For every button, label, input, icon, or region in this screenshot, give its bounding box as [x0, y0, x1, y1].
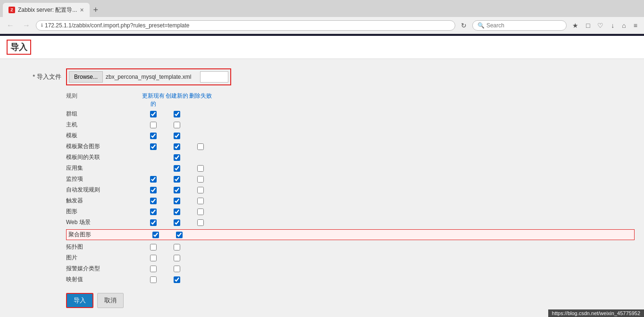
checkbox-template-screens-update[interactable]	[150, 143, 157, 150]
checkbox-triggers-delete[interactable]	[197, 198, 204, 204]
checkbox-mediatypes-update[interactable]	[150, 266, 157, 272]
checkbox-graphs-create[interactable]	[174, 209, 180, 215]
rule-check-webscenarios-create[interactable]	[165, 219, 189, 226]
rule-check-templates-update[interactable]	[142, 133, 165, 139]
page-content: 导入 * 导入文件 Browse... zbx_percona_mysql_te…	[0, 36, 644, 317]
rule-row-triggers: 触发器	[66, 197, 635, 205]
checkbox-discovery-create[interactable]	[174, 187, 180, 193]
rule-check-graphs-update[interactable]	[142, 209, 165, 215]
active-tab[interactable]: Z Zabbix server: 配置导... ×	[3, 3, 90, 17]
rule-check-valuemaps-update[interactable]	[142, 276, 165, 283]
rule-check-mediatypes-create[interactable]	[165, 266, 189, 272]
checkbox-maps-create[interactable]	[174, 244, 180, 250]
rule-check-valuemaps-create[interactable]	[165, 276, 189, 283]
checkbox-items-update[interactable]	[150, 176, 157, 183]
rule-check-images-update[interactable]	[142, 255, 165, 261]
rule-check-discovery-create[interactable]	[165, 187, 189, 193]
checkbox-maps-update[interactable]	[150, 244, 157, 250]
checkbox-valuemaps-update[interactable]	[150, 276, 157, 283]
rule-check-triggers-delete[interactable]	[189, 198, 212, 204]
checkbox-template-screens-create[interactable]	[174, 143, 180, 150]
rule-check-mediatypes-update[interactable]	[142, 266, 165, 272]
rule-check-items-create[interactable]	[165, 176, 189, 183]
checkbox-valuemaps-create[interactable]	[174, 276, 180, 283]
import-button[interactable]: 导入	[66, 293, 93, 308]
rule-check-items-delete[interactable]	[189, 176, 212, 183]
checkbox-discovery-delete[interactable]	[197, 187, 204, 193]
rule-check-groups-update[interactable]	[142, 111, 165, 117]
checkbox-mediatypes-create[interactable]	[174, 266, 180, 272]
rule-check-graphs-delete[interactable]	[189, 209, 212, 215]
rule-check-graphs-create[interactable]	[165, 209, 189, 215]
rule-check-hosts-create[interactable]	[165, 122, 189, 128]
checkbox-webscenarios-create[interactable]	[174, 219, 180, 226]
rule-check-template-screens-create[interactable]	[165, 143, 189, 150]
checkbox-webscenarios-update[interactable]	[150, 219, 157, 226]
tab-close-button[interactable]: ×	[80, 6, 84, 14]
checkbox-screens-update[interactable]	[152, 232, 159, 238]
checkbox-hosts-update[interactable]	[150, 122, 157, 128]
rule-check-appsets-delete[interactable]	[189, 165, 212, 172]
rule-check-appsets-create[interactable]	[165, 165, 189, 172]
address-bar[interactable]: ℹ	[36, 20, 455, 31]
bookmark-button[interactable]: ★	[569, 21, 581, 30]
pocket-button[interactable]: ♡	[594, 21, 606, 30]
rule-row-template-screens: 模板聚合图形	[66, 142, 635, 150]
rule-check-groups-create[interactable]	[165, 111, 189, 117]
checkbox-triggers-update[interactable]	[150, 198, 157, 204]
menu-button[interactable]: ≡	[631, 21, 640, 30]
checkbox-hosts-create[interactable]	[174, 122, 180, 128]
browse-button[interactable]: Browse...	[69, 71, 103, 83]
checkbox-template-links-create[interactable]	[174, 154, 180, 161]
checkbox-templates-create[interactable]	[174, 133, 180, 139]
back-button[interactable]: ←	[4, 20, 17, 31]
file-extra-input[interactable]	[200, 71, 228, 83]
checkbox-appsets-create[interactable]	[174, 165, 180, 172]
cancel-button[interactable]: 取消	[97, 293, 124, 308]
rule-check-discovery-delete[interactable]	[189, 187, 212, 193]
rule-check-images-create[interactable]	[165, 255, 189, 261]
address-input[interactable]	[45, 22, 450, 29]
rule-check-screens-create[interactable]	[167, 232, 191, 238]
checkbox-items-create[interactable]	[174, 176, 180, 183]
checkbox-screens-create[interactable]	[176, 232, 183, 238]
rule-check-triggers-update[interactable]	[142, 198, 165, 204]
rule-check-screens-update[interactable]	[144, 232, 167, 238]
rule-check-discovery-update[interactable]	[142, 187, 165, 193]
rule-check-hosts-update[interactable]	[142, 122, 165, 128]
checkbox-appsets-delete[interactable]	[197, 165, 204, 172]
rule-check-maps-update[interactable]	[142, 244, 165, 250]
rule-row-webscenarios: Web 场景	[66, 218, 635, 226]
rule-check-template-links-create[interactable]	[165, 154, 189, 161]
checkbox-templates-update[interactable]	[150, 133, 157, 139]
rule-check-template-screens-update[interactable]	[142, 143, 165, 150]
rule-check-maps-create[interactable]	[165, 244, 189, 250]
rules-section: 规则 更新现有的 创建新的 删除失败 群组 主机 模板	[66, 92, 635, 308]
checkbox-items-delete[interactable]	[197, 176, 204, 183]
home-button[interactable]: ⌂	[619, 21, 628, 30]
checkbox-webscenarios-delete[interactable]	[197, 219, 204, 226]
checkbox-groups-update[interactable]	[150, 111, 157, 117]
search-input[interactable]	[486, 22, 561, 29]
checkbox-template-screens-delete[interactable]	[197, 143, 204, 150]
rule-check-webscenarios-delete[interactable]	[189, 219, 212, 226]
reader-button[interactable]: □	[583, 21, 593, 30]
checkbox-discovery-update[interactable]	[150, 187, 157, 193]
rule-check-triggers-create[interactable]	[165, 198, 189, 204]
checkbox-groups-create[interactable]	[174, 111, 180, 117]
forward-button[interactable]: →	[20, 20, 33, 31]
checkbox-triggers-create[interactable]	[174, 198, 180, 204]
rule-check-template-screens-delete[interactable]	[189, 143, 212, 150]
file-name-display: zbx_percona_mysql_template.xml	[106, 74, 200, 80]
reload-button[interactable]: ↻	[458, 21, 469, 30]
checkbox-graphs-update[interactable]	[150, 209, 157, 215]
checkbox-images-create[interactable]	[174, 255, 180, 261]
new-tab-button[interactable]: +	[90, 5, 102, 15]
rule-check-templates-create[interactable]	[165, 133, 189, 139]
checkbox-graphs-delete[interactable]	[197, 209, 204, 215]
search-bar[interactable]: 🔍	[472, 20, 567, 31]
rule-check-webscenarios-update[interactable]	[142, 219, 165, 226]
download-button[interactable]: ↓	[608, 21, 617, 30]
rule-check-items-update[interactable]	[142, 176, 165, 183]
checkbox-images-update[interactable]	[150, 255, 157, 261]
